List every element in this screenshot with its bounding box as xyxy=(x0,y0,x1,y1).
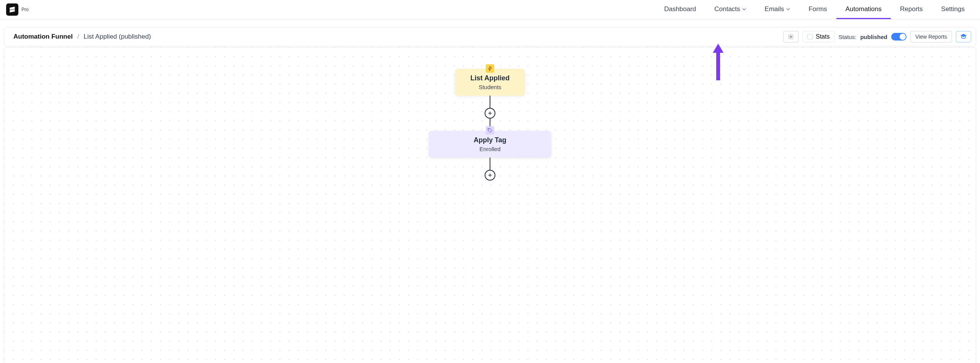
brand: Pro xyxy=(6,3,29,16)
nav-reports-label: Reports xyxy=(900,5,923,13)
nav-settings-label: Settings xyxy=(941,5,965,13)
bolt-icon xyxy=(486,64,494,73)
tag-icon xyxy=(486,126,494,135)
logo-mark-icon xyxy=(8,6,16,13)
plan-badge: Pro xyxy=(21,7,29,12)
connector xyxy=(490,158,490,170)
plus-icon xyxy=(487,111,493,116)
toolbar-right: Stats Status: published View Reports xyxy=(783,31,971,42)
svg-point-0 xyxy=(790,36,792,37)
add-step-button[interactable] xyxy=(485,170,495,181)
plus-icon xyxy=(487,173,493,178)
nav-reports[interactable]: Reports xyxy=(891,0,932,19)
breadcrumb-root[interactable]: Automation Funnel xyxy=(13,33,73,41)
nav-contacts-label: Contacts xyxy=(714,5,740,13)
automation-canvas[interactable]: List Applied Students Apply Tag Enrolled xyxy=(4,47,976,363)
chevron-down-icon xyxy=(786,7,790,11)
status-label: Status: xyxy=(838,34,856,40)
nav-contacts[interactable]: Contacts xyxy=(705,0,755,19)
action-title: Apply Tag xyxy=(474,136,506,144)
breadcrumb: Automation Funnel / List Applied (publis… xyxy=(13,33,151,41)
publish-toggle[interactable] xyxy=(891,33,906,41)
add-step-button[interactable] xyxy=(485,108,495,119)
breadcrumb-current: List Applied (published) xyxy=(84,33,151,41)
status-value: published xyxy=(860,34,887,40)
action-node[interactable]: Apply Tag Enrolled xyxy=(429,131,551,158)
trigger-node[interactable]: List Applied Students xyxy=(455,69,525,96)
connector xyxy=(490,96,490,108)
nav-forms[interactable]: Forms xyxy=(799,0,836,19)
nav-dashboard-label: Dashboard xyxy=(664,5,696,13)
help-button[interactable] xyxy=(956,31,971,42)
graduation-cap-icon xyxy=(960,33,967,41)
trigger-subtitle: Students xyxy=(479,84,501,90)
automation-toolbar: Automation Funnel / List Applied (publis… xyxy=(4,27,976,46)
trigger-title: List Applied xyxy=(470,74,510,82)
flow-column: List Applied Students Apply Tag Enrolled xyxy=(375,47,605,181)
chevron-down-icon xyxy=(742,7,746,11)
action-subtitle: Enrolled xyxy=(479,146,500,152)
app-header: Pro Dashboard Contacts Emails Forms Auto… xyxy=(0,0,980,20)
stats-checkbox[interactable] xyxy=(807,34,813,39)
stats-toggle[interactable]: Stats xyxy=(802,31,835,42)
switch-knob xyxy=(900,34,906,40)
app-logo[interactable] xyxy=(6,3,18,16)
breadcrumb-separator: / xyxy=(77,33,79,41)
annotation-arrow xyxy=(710,42,726,82)
main-nav: Dashboard Contacts Emails Forms Automati… xyxy=(655,0,974,19)
nav-automations-label: Automations xyxy=(846,5,882,13)
page-body: Automation Funnel / List Applied (publis… xyxy=(0,20,980,363)
nav-settings[interactable]: Settings xyxy=(932,0,974,19)
nav-emails[interactable]: Emails xyxy=(755,0,799,19)
gear-icon xyxy=(788,34,794,40)
settings-button[interactable] xyxy=(783,31,799,42)
nav-dashboard[interactable]: Dashboard xyxy=(655,0,705,19)
svg-point-1 xyxy=(488,129,489,130)
nav-automations[interactable]: Automations xyxy=(836,0,891,19)
status-indicator: Status: published xyxy=(838,33,906,41)
nav-emails-label: Emails xyxy=(764,5,784,13)
view-reports-button[interactable]: View Reports xyxy=(910,31,952,42)
nav-forms-label: Forms xyxy=(808,5,827,13)
stats-label: Stats xyxy=(816,33,830,40)
view-reports-label: View Reports xyxy=(915,34,947,40)
